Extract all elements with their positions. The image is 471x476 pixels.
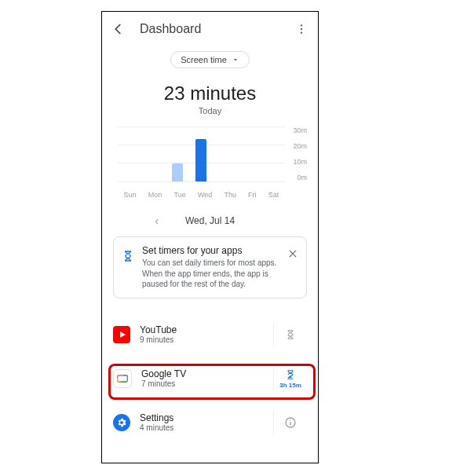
chart-y-label: 0m xyxy=(293,174,307,181)
timer-value: 3h 15m xyxy=(279,382,301,389)
app-name: Settings xyxy=(140,412,273,423)
current-date-label: Wed, Jul 14 xyxy=(185,215,235,226)
chart-x-label: Wed xyxy=(198,191,212,199)
app-row-googletv[interactable]: Google TV 7 minutes 3h 15m xyxy=(102,357,318,401)
chart-x-label: Fri xyxy=(248,191,257,199)
chart-bar xyxy=(172,163,183,181)
chart-x-label: Mon xyxy=(148,191,162,199)
svg-rect-3 xyxy=(118,375,128,381)
chart-x-label: Thu xyxy=(224,191,236,199)
chart-y-label: 20m xyxy=(293,142,307,150)
svg-rect-5 xyxy=(118,375,128,381)
svg-point-0 xyxy=(301,24,302,26)
app-row-settings[interactable]: Settings 4 minutes xyxy=(102,401,318,445)
svg-rect-6 xyxy=(118,375,128,381)
total-time-value: 23 minutes xyxy=(102,82,318,104)
chart-x-label: Sun xyxy=(124,191,137,199)
tip-card: Set timers for your apps You can set dai… xyxy=(113,236,307,298)
svg-point-1 xyxy=(301,28,302,30)
tip-body: You can set daily timers for most apps. … xyxy=(142,258,279,290)
filter-dropdown[interactable]: Screen time xyxy=(170,51,250,68)
chart-y-label: 10m xyxy=(293,158,307,166)
settings-icon xyxy=(113,414,130,431)
app-usage: 9 minutes xyxy=(140,335,273,344)
chart-x-label: Tue xyxy=(174,191,186,199)
youtube-icon xyxy=(113,326,130,343)
chart-bar xyxy=(195,139,206,181)
dismiss-tip-button[interactable] xyxy=(287,248,298,262)
prev-day-button[interactable]: ‹ xyxy=(155,214,159,227)
back-button[interactable] xyxy=(110,20,127,38)
app-name: Google TV xyxy=(141,368,273,379)
info-button[interactable] xyxy=(273,411,307,434)
app-usage: 7 minutes xyxy=(141,379,273,388)
chart-y-label: 30m xyxy=(293,126,307,134)
google-tv-icon xyxy=(113,369,132,388)
page-title: Dashboard xyxy=(140,22,293,36)
app-name: YouTube xyxy=(140,324,273,335)
set-timer-button[interactable] xyxy=(273,323,307,346)
svg-point-9 xyxy=(290,419,290,420)
usage-chart: 30m20m10m0m SunMonTueWedThuFriSat xyxy=(113,126,307,199)
svg-point-2 xyxy=(301,31,302,33)
overflow-menu-button[interactable] xyxy=(293,20,310,38)
chevron-down-icon xyxy=(232,56,239,64)
svg-rect-4 xyxy=(118,375,128,381)
total-time-period: Today xyxy=(102,106,318,115)
filter-label: Screen time xyxy=(181,55,227,64)
edit-timer-button[interactable]: 3h 15m xyxy=(273,367,307,390)
tip-title: Set timers for your apps xyxy=(142,245,279,256)
app-usage: 4 minutes xyxy=(140,423,273,432)
chart-x-label: Sat xyxy=(268,191,279,199)
hourglass-icon xyxy=(122,248,134,267)
app-row-youtube[interactable]: YouTube 9 minutes xyxy=(102,313,318,357)
